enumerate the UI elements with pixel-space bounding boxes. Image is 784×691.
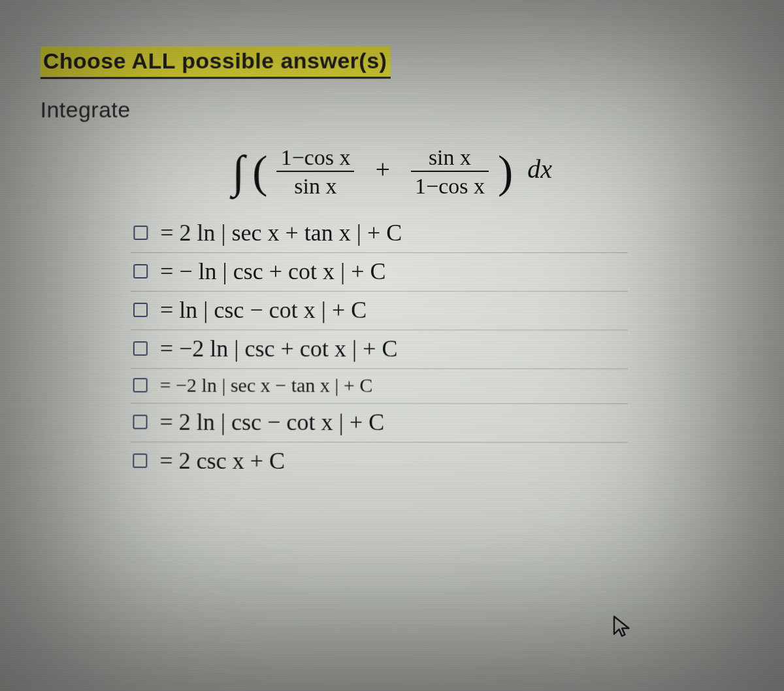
fraction-1-den: sin x <box>277 172 355 198</box>
option-checkbox[interactable] <box>133 454 147 468</box>
integral-expression: ∫ ( 1−cos x sin x + sin x 1−cos x ) dx <box>40 146 745 198</box>
fraction-1-num: 1−cos x <box>277 146 355 172</box>
option-text: = − ln | csc + cot x | + C <box>160 260 385 283</box>
option-row[interactable]: = 2 csc x + C <box>130 443 628 481</box>
plus-sign: + <box>375 154 390 184</box>
option-row[interactable]: = 2 ln | sec x + tan x | + C <box>131 214 627 253</box>
fraction-2-den: 1−cos x <box>411 172 489 198</box>
option-row[interactable]: = −2 ln | csc + cot x | + C <box>131 330 628 369</box>
fraction-2-num: sin x <box>411 146 489 172</box>
left-paren: ( <box>252 146 267 197</box>
dx: dx <box>527 154 552 184</box>
option-checkbox[interactable] <box>133 303 148 317</box>
option-checkbox[interactable] <box>133 414 147 429</box>
answer-options: = 2 ln | sec x + tan x | + C = − ln | cs… <box>39 214 747 481</box>
fraction-1: 1−cos x sin x <box>274 146 357 197</box>
option-checkbox[interactable] <box>133 226 148 240</box>
option-text: = ln | csc − cot x | + C <box>160 298 367 322</box>
option-text: = 2 ln | sec x + tan x | + C <box>160 221 402 244</box>
right-paren: ) <box>498 146 513 197</box>
option-text: = −2 ln | csc + cot x | + C <box>160 337 398 360</box>
option-row[interactable]: = − ln | csc + cot x | + C <box>131 253 628 292</box>
fraction-2: sin x 1−cos x <box>408 146 491 197</box>
option-row[interactable]: = ln | csc − cot x | + C <box>131 292 628 330</box>
option-checkbox[interactable] <box>133 264 148 278</box>
option-text: = 2 csc x + C <box>159 449 285 473</box>
option-text: = −2 ln | sec x − tan x | + C <box>160 376 373 396</box>
instruction-highlight: Choose ALL possible answer(s) <box>41 46 391 79</box>
question-sheet: Choose ALL possible answer(s) Integrate … <box>0 0 784 691</box>
option-row[interactable]: = 2 ln | csc − cot x | + C <box>130 404 628 443</box>
cursor-icon <box>610 614 634 639</box>
integral-symbol: ∫ <box>232 146 244 197</box>
option-row[interactable]: = −2 ln | sec x − tan x | + C <box>131 369 629 405</box>
option-text: = 2 ln | csc − cot x | + C <box>159 411 384 434</box>
option-checkbox[interactable] <box>133 341 148 356</box>
option-checkbox[interactable] <box>133 378 148 392</box>
prompt-text: Integrate <box>41 97 745 123</box>
